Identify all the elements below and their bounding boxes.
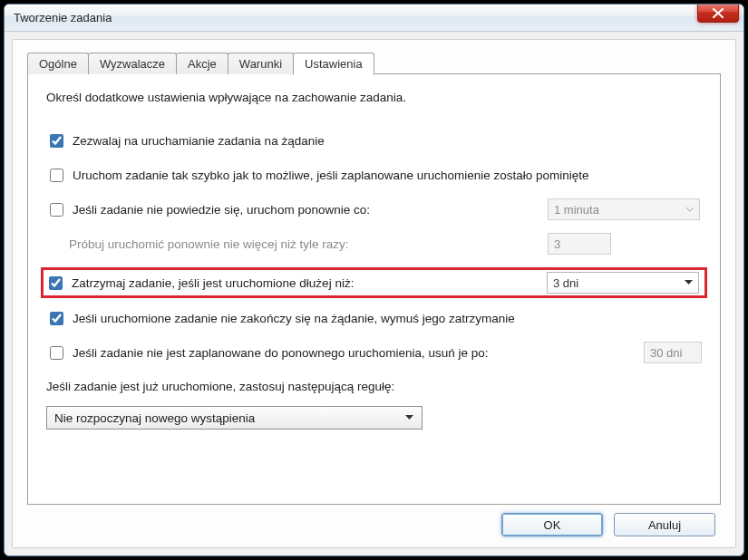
task-create-window: Tworzenie zadania Ogólne Wyzwalacze Akcj… <box>4 4 744 556</box>
row-allow-on-demand: Zezwalaj na uruchamianie zadania na żąda… <box>46 130 702 151</box>
checkbox-run-asap[interactable] <box>50 169 63 182</box>
row-delete-after: Jeśli zadanie nie jest zaplanowane do po… <box>46 342 702 363</box>
cancel-button[interactable]: Anuluj <box>614 513 715 536</box>
label-retry-count: Próbuj uruchomić ponownie nie więcej niż… <box>69 237 548 251</box>
panel-intro: Określ dodatkowe ustawienia wpływające n… <box>46 91 702 104</box>
row-force-stop: Jeśli uruchomione zadanie nie zakończy s… <box>46 307 702 329</box>
tab-strip: Ogólne Wyzwalacze Akcje Warunki Ustawien… <box>27 53 721 74</box>
checkbox-restart-if-fail[interactable] <box>50 203 63 217</box>
checkbox-force-stop[interactable] <box>50 312 63 325</box>
checkbox-allow-on-demand[interactable] <box>50 134 63 148</box>
row-restart-if-fail: Jeśli zadanie nie powiedzie się, uruchom… <box>46 198 702 220</box>
label-allow-on-demand: Zezwalaj na uruchamianie zadania na żąda… <box>73 134 702 148</box>
chevron-down-icon <box>685 280 693 285</box>
label-restart-if-fail: Jeśli zadanie nie powiedzie się, uruchom… <box>73 203 548 217</box>
combo-restart-interval: 1 minuta <box>548 198 700 220</box>
label-run-asap: Uruchom zadanie tak szybko jak to możliw… <box>73 169 702 182</box>
combo-delete-after: 30 dni <box>644 342 702 363</box>
row-retry-count: Próbuj uruchomić ponownie nie więcej niż… <box>46 233 702 255</box>
window-title: Tworzenie zadania <box>14 11 112 24</box>
checkbox-delete-after[interactable] <box>50 346 63 360</box>
combo-running-rule[interactable]: Nie rozpoczynaj nowego wystąpienia <box>46 406 423 430</box>
tab-conditions[interactable]: Warunki <box>228 53 294 74</box>
label-running-rule: Jeśli zadanie jest już uruchomione, zast… <box>46 380 702 393</box>
client-area: Ogólne Wyzwalacze Akcje Warunki Ustawien… <box>12 39 736 548</box>
tab-settings[interactable]: Ustawienia <box>293 53 374 75</box>
label-delete-after: Jeśli zadanie nie jest zaplanowane do po… <box>73 346 644 360</box>
chevron-down-icon <box>686 208 694 212</box>
close-button[interactable] <box>697 4 739 23</box>
ok-button[interactable]: OK <box>501 513 603 536</box>
titlebar: Tworzenie zadania <box>5 5 743 32</box>
tab-actions[interactable]: Akcje <box>176 53 228 74</box>
tab-general[interactable]: Ogólne <box>27 53 89 74</box>
settings-panel: Określ dodatkowe ustawienia wpływające n… <box>27 73 721 505</box>
label-force-stop: Jeśli uruchomione zadanie nie zakończy s… <box>73 312 702 325</box>
highlighted-row: Zatrzymaj zadanie, jeśli jest uruchomion… <box>41 267 707 298</box>
checkbox-stop-if-longer[interactable] <box>49 276 63 290</box>
combo-stop-duration[interactable]: 3 dni <box>547 272 699 294</box>
close-icon <box>713 8 724 18</box>
chevron-down-icon <box>405 415 413 420</box>
row-run-asap: Uruchom zadanie tak szybko jak to możliw… <box>46 164 702 186</box>
button-bar: OK Anuluj <box>27 506 721 538</box>
tab-triggers[interactable]: Wyzwalacze <box>88 53 177 74</box>
label-stop-if-longer: Zatrzymaj zadanie, jeśli jest uruchomion… <box>72 276 547 290</box>
input-retry-count: 3 <box>548 233 611 255</box>
